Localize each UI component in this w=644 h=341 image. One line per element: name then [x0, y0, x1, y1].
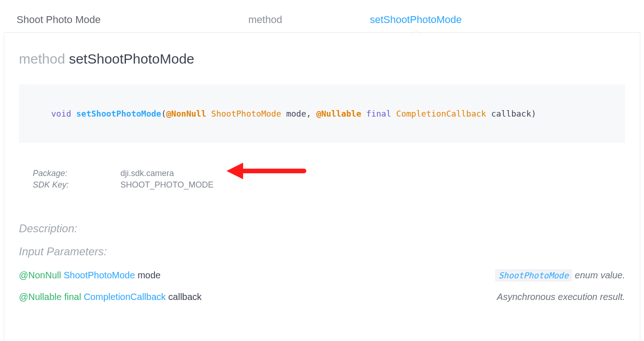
param-row: @NonNull ShootPhotoMode mode ShootPhotoM…	[19, 270, 625, 281]
meta-block: Package: dji.sdk.camera SDK Key: SHOOT_P…	[19, 169, 625, 190]
meta-sdkkey-label: SDK Key:	[33, 180, 120, 190]
sig-ann2: @Nullable	[316, 109, 361, 118]
params-list: @NonNull ShootPhotoMode mode ShootPhotoM…	[19, 268, 625, 302]
sig-comma: ,	[306, 109, 316, 118]
param-ann: @NonNull	[19, 270, 61, 280]
meta-package-label: Package:	[33, 169, 120, 178]
sig-fn-name: setShootPhotoMode	[76, 109, 161, 118]
signature-codebox: void setShootPhotoMode(@NonNull ShootPho…	[19, 84, 625, 143]
sig-type1: ShootPhotoMode	[211, 109, 281, 118]
param-desc-chip[interactable]: ShootPhotoMode	[495, 269, 572, 282]
section-input-params: Input Parameters:	[19, 245, 625, 258]
param-type[interactable]: CompletionCallback	[83, 292, 166, 302]
tab-method[interactable]: method	[248, 11, 282, 29]
param-left: @Nullable final CompletionCallback callb…	[19, 292, 202, 302]
sig-kw-void: void	[51, 109, 71, 118]
param-kw: final	[64, 292, 81, 302]
param-desc: ShootPhotoMode enum value.	[495, 270, 625, 281]
param-name: callback	[168, 292, 202, 302]
param-desc-text: enum value.	[572, 270, 625, 280]
tab-active-label: setShootPhotoMode	[370, 14, 462, 25]
title-name: setShootPhotoMode	[69, 51, 194, 66]
sig-ann1: @NonNull	[166, 109, 206, 118]
title-prefix: method	[19, 51, 65, 66]
sig-lparen: (	[161, 109, 166, 118]
method-panel: method setShootPhotoMode void setShootPh…	[4, 32, 640, 341]
sig-type2: CompletionCallback	[396, 109, 486, 118]
tab-setshootphotomode[interactable]: setShootPhotoMode	[370, 11, 462, 29]
param-desc: Asynchronous execution result.	[497, 292, 625, 302]
sig-name2: callback	[491, 109, 531, 118]
param-row: @Nullable final CompletionCallback callb…	[19, 292, 625, 302]
sig-rparen: )	[531, 109, 536, 118]
sig-name1: mode	[286, 109, 306, 118]
param-type[interactable]: ShootPhotoMode	[64, 270, 135, 280]
method-title: method setShootPhotoMode	[19, 51, 625, 67]
meta-sdkkey-value: SHOOT_PHOTO_MODE	[120, 180, 214, 190]
param-left: @NonNull ShootPhotoMode mode	[19, 270, 161, 281]
breadcrumb-tabs: Shoot Photo Mode method setShootPhotoMod…	[0, 0, 644, 32]
meta-row-sdkkey: SDK Key: SHOOT_PHOTO_MODE	[33, 180, 625, 190]
param-name: mode	[137, 270, 161, 280]
section-description: Description:	[19, 222, 625, 235]
param-ann: @Nullable	[19, 292, 62, 302]
sig-kw-final: final	[366, 109, 391, 118]
tab-shoot-photo-mode[interactable]: Shoot Photo Mode	[17, 11, 101, 29]
param-desc-text: Asynchronous execution result.	[497, 292, 625, 302]
meta-package-value: dji.sdk.camera	[120, 169, 174, 178]
meta-row-package: Package: dji.sdk.camera	[33, 169, 625, 178]
